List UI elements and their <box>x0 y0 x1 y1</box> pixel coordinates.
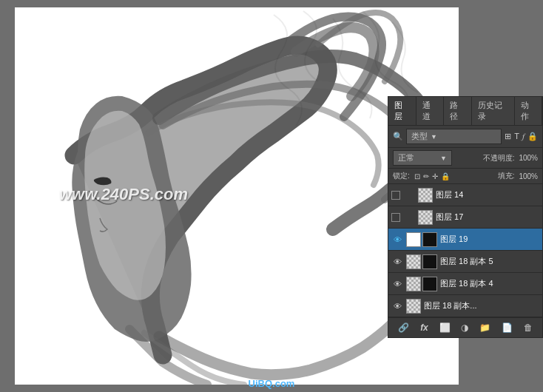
layer-eye-icon[interactable] <box>403 212 415 223</box>
opacity-value[interactable]: 100% <box>519 154 538 162</box>
adjustment-button[interactable]: ◑ <box>458 321 471 334</box>
layer-thumbnails <box>406 232 437 247</box>
delete-layer-button[interactable]: 🗑 <box>521 321 536 334</box>
lock-icons: ⊡ ✏ ✛ 🔒 <box>414 172 450 180</box>
type-dropdown[interactable]: 类型 ▼ <box>406 129 502 144</box>
layer-thumbnails <box>406 277 437 291</box>
filter-icon-1[interactable]: ⊞ <box>505 132 511 141</box>
link-button[interactable]: 🔗 <box>395 321 412 334</box>
bottom-brand: UiBQ.com <box>249 378 295 389</box>
layer-eye-icon[interactable]: 👁 <box>391 278 403 290</box>
layer-thumb-mask <box>422 254 437 269</box>
tab-layers[interactable]: 图层 <box>388 97 416 125</box>
tab-channels[interactable]: 通道 <box>416 97 445 125</box>
new-layer-button[interactable]: 📄 <box>499 321 516 334</box>
fill-value[interactable]: 100% <box>519 172 538 180</box>
layer-name: 图层 14 <box>436 189 463 200</box>
type-label: 类型 <box>411 131 428 142</box>
mask-button[interactable]: ⬜ <box>436 321 453 334</box>
filter-icon-4[interactable]: 🔒 <box>527 132 538 141</box>
layer-thumbnails <box>418 210 433 225</box>
layer-name: 图层 18 副本 5 <box>440 256 493 267</box>
layer-visibility-check[interactable] <box>391 191 400 200</box>
tab-history[interactable]: 历史记录 <box>472 97 515 125</box>
layer-name: 图层 19 <box>440 234 468 245</box>
group-button[interactable]: 📁 <box>476 321 493 334</box>
lock-transparency-icon[interactable]: ⊡ <box>414 172 420 180</box>
lock-paint-icon[interactable]: ✏ <box>423 172 429 180</box>
filter-icon-3[interactable]: 𝑓 <box>522 132 525 141</box>
layer-thumbnails <box>418 188 433 203</box>
layer-eye-icon[interactable]: 👁 <box>391 300 403 312</box>
layer-thumb-mask <box>422 277 437 291</box>
layer-name: 图层 18 副本... <box>424 300 477 311</box>
type-arrow: ▼ <box>431 133 437 141</box>
lock-label: 锁定: <box>393 171 410 181</box>
lock-row: 锁定: ⊡ ✏ ✛ 🔒 填充: 100% <box>388 169 542 184</box>
layer-row[interactable]: 图层 17 <box>388 206 542 229</box>
layer-eye-icon[interactable]: 👁 <box>391 234 403 246</box>
layer-thumb-mask <box>406 232 421 247</box>
layer-thumb-main <box>418 210 433 225</box>
layer-thumb-main <box>422 232 437 247</box>
layer-thumbnails <box>406 299 421 314</box>
opacity-label: 不透明度: <box>483 153 515 163</box>
lock-all-icon[interactable]: 🔒 <box>441 172 450 180</box>
tab-actions[interactable]: 动作 <box>515 97 543 125</box>
layer-row[interactable]: 👁 图层 18 副本... <box>388 295 542 317</box>
layer-eye-icon[interactable]: 👁 <box>391 256 403 268</box>
layer-thumb-main <box>406 299 421 314</box>
layer-thumb-main <box>406 277 421 291</box>
layer-row-selected[interactable]: 👁 图层 19 <box>388 229 542 251</box>
layer-name: 图层 17 <box>436 212 463 223</box>
blend-mode-value: 正常 <box>398 152 414 163</box>
layer-thumbnails <box>406 254 437 269</box>
layer-eye-icon[interactable] <box>403 189 415 201</box>
fill-label: 填充: <box>498 171 515 181</box>
tab-paths[interactable]: 路径 <box>444 97 472 125</box>
layer-row[interactable]: 👁 图层 18 副本 4 <box>388 273 542 295</box>
blend-mode-dropdown[interactable]: 正常 ▼ <box>393 150 452 166</box>
lock-move-icon[interactable]: ✛ <box>432 172 438 180</box>
layer-row[interactable]: 图层 14 <box>388 184 542 206</box>
layer-name: 图层 18 副本 4 <box>440 278 493 289</box>
panel-toolbar: 🔗 fx ⬜ ◑ 📁 📄 🗑 <box>388 317 542 337</box>
panel-search-row: 🔍 类型 ▼ ⊞ T 𝑓 🔒 <box>388 126 542 148</box>
layers-panel: 图层 通道 路径 历史记录 动作 🔍 类型 ▼ ⊞ T 𝑓 🔒 正常 ▼ 不透明… <box>388 96 543 338</box>
blend-arrow: ▼ <box>440 155 447 162</box>
search-filter-icons: ⊞ T 𝑓 🔒 <box>505 132 538 141</box>
layer-thumb-main <box>418 188 433 203</box>
layer-thumb-main <box>406 254 421 269</box>
blend-mode-row: 正常 ▼ 不透明度: 100% <box>388 148 542 169</box>
layer-row[interactable]: 👁 图层 18 副本 5 <box>388 251 542 273</box>
search-label: 🔍 <box>393 132 403 141</box>
watermark: www.240PS.com <box>59 185 188 204</box>
panel-tabs: 图层 通道 路径 历史记录 动作 <box>388 97 542 126</box>
layer-visibility-check[interactable] <box>391 213 400 222</box>
fx-button[interactable]: fx <box>417 321 431 334</box>
filter-icon-2[interactable]: T <box>514 132 519 141</box>
